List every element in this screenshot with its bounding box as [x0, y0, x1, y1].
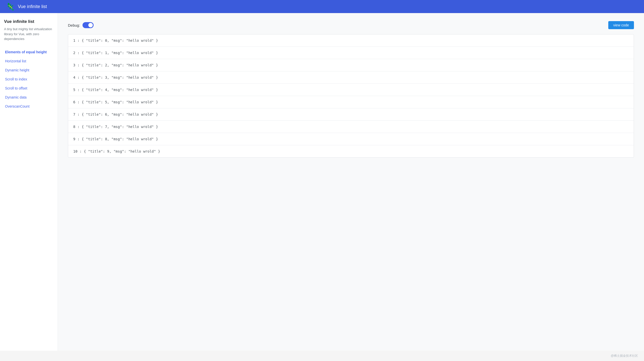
content-area: Debug: view code 1 : { "title": 0, "msg"…	[58, 13, 644, 351]
view-code-button[interactable]: view code	[608, 21, 634, 29]
list-item: 9 : { "title": 8, "msg": "hello wrold" }	[68, 133, 634, 145]
list-container: 1 : { "title": 0, "msg": "hello wrold" }…	[68, 34, 634, 158]
toggle-track[interactable]	[83, 22, 94, 28]
list-item: 10 : { "title": 9, "msg": "hello wrold" …	[68, 145, 634, 157]
sidebar-app-title: Vue infinite list	[4, 19, 54, 24]
sidebar-description: A tiny but mighty list virtualization li…	[4, 27, 54, 41]
sidebar-item-scroll-to-offset[interactable]: Scroll to offset	[4, 84, 54, 93]
list-item: 2 : { "title": 1, "msg": "hello wrold" }	[68, 47, 634, 59]
footer-text: @稀土掘金技术社区	[611, 354, 638, 357]
debug-bar: Debug: view code	[68, 21, 634, 29]
sidebar: Vue infinite list A tiny but mighty list…	[0, 13, 58, 351]
list-item: 1 : { "title": 0, "msg": "hello wrold" }	[68, 34, 634, 47]
sidebar-nav: Elements of equal heightHorizontal listD…	[4, 48, 54, 111]
sidebar-item-horizontal-list[interactable]: Horizontal list	[4, 57, 54, 66]
toggle-thumb	[88, 23, 93, 27]
list-item: 8 : { "title": 7, "msg": "hello wrold" }	[68, 121, 634, 133]
list-item: 4 : { "title": 3, "msg": "hello wrold" }	[68, 71, 634, 84]
debug-label-group: Debug:	[68, 22, 94, 28]
page-footer: @稀土掘金技术社区	[0, 351, 644, 361]
header-logo: 🦎	[6, 3, 15, 11]
sidebar-item-overscan-count[interactable]: OverscanCount	[4, 102, 54, 111]
sidebar-item-dynamic-height[interactable]: Dynamic height	[4, 66, 54, 75]
header-title: Vue infinite list	[18, 4, 47, 9]
sidebar-item-scroll-to-index[interactable]: Scroll to index	[4, 75, 54, 84]
debug-toggle[interactable]	[83, 22, 94, 28]
list-item: 6 : { "title": 5, "msg": "hello wrold" }	[68, 96, 634, 108]
debug-label: Debug:	[68, 23, 80, 27]
list-item: 5 : { "title": 4, "msg": "hello wrold" }	[68, 84, 634, 96]
main-layout: Vue infinite list A tiny but mighty list…	[0, 13, 644, 351]
sidebar-item-dynamic-data[interactable]: Dynamic data	[4, 93, 54, 102]
list-item: 3 : { "title": 2, "msg": "hello wrold" }	[68, 59, 634, 71]
list-item: 7 : { "title": 6, "msg": "hello wrold" }	[68, 108, 634, 121]
app-header: 🦎 Vue infinite list	[0, 0, 644, 13]
sidebar-item-elements-equal-height[interactable]: Elements of equal height	[4, 48, 54, 57]
